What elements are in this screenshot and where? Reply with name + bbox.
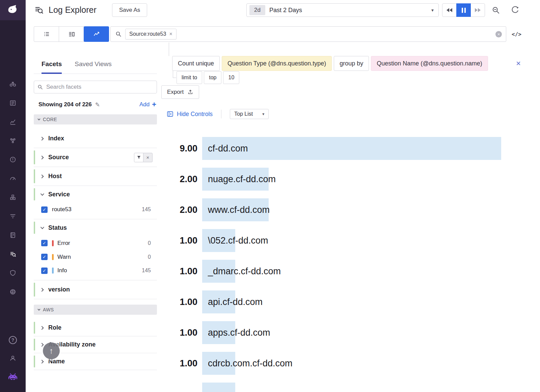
- count-unique-chip[interactable]: Count unique: [172, 56, 220, 71]
- toplist-value: 1.00: [161, 321, 202, 344]
- remove-tag-icon[interactable]: ×: [169, 31, 172, 37]
- checkbox-checked[interactable]: ✓: [41, 254, 48, 260]
- time-range-picker[interactable]: 2d Past 2 Days ▾: [246, 3, 439, 17]
- notebook-icon[interactable]: [8, 231, 17, 239]
- pause-button[interactable]: [456, 3, 471, 17]
- facet-item-warn[interactable]: ✓ Warn 0: [34, 250, 157, 264]
- facet-count-label: Showing 204 of 226: [38, 101, 92, 108]
- toplist-row[interactable]: 1.00 apps.cf-dd.com: [161, 321, 506, 344]
- view-type-value: Top List: [234, 111, 253, 117]
- facet-row-role[interactable]: Role: [34, 319, 157, 336]
- top-chip[interactable]: top: [204, 71, 221, 84]
- section-aws-label: AWS: [43, 307, 54, 312]
- list-view-button[interactable]: [34, 26, 59, 42]
- checkbox-checked[interactable]: ✓: [41, 240, 48, 246]
- save-as-button[interactable]: Save As: [112, 3, 147, 17]
- toplist-row[interactable]: [161, 383, 506, 392]
- clear-search-icon[interactable]: ×: [495, 31, 502, 37]
- facet-label: Role: [48, 324, 61, 331]
- toplist-row[interactable]: 1.00 cdrcb.com.cf-dd.com: [161, 352, 506, 375]
- refresh-icon: [511, 6, 519, 15]
- view-type-select[interactable]: Top List ▾: [230, 109, 269, 119]
- facet-search[interactable]: [34, 81, 157, 93]
- zoom-out-button[interactable]: [491, 5, 502, 16]
- chart-view-button[interactable]: [84, 26, 109, 42]
- facet-row-index[interactable]: Index: [34, 129, 157, 148]
- synthetics-globe-icon[interactable]: [8, 288, 17, 296]
- pipeline-funnel-icon[interactable]: [8, 212, 17, 220]
- hide-controls-link[interactable]: Hide Controls: [177, 111, 213, 118]
- checkbox-checked[interactable]: ✓: [41, 206, 48, 213]
- toplist-row[interactable]: 1.00 \052.cf-dd.com: [161, 229, 506, 252]
- edit-facets-icon[interactable]: ✎: [95, 101, 100, 108]
- limit-to-chip[interactable]: limit to: [177, 71, 202, 84]
- tab-saved-views[interactable]: Saved Views: [75, 57, 112, 74]
- event-list-icon[interactable]: [8, 99, 17, 107]
- infrastructure-blocks-icon[interactable]: [8, 193, 17, 201]
- toplist-value: 1.00: [161, 229, 202, 252]
- measure-chip[interactable]: Question Type (@dns.question.type): [222, 56, 332, 71]
- tab-facets[interactable]: Facets: [42, 57, 62, 74]
- toplist-label: cf-dd.com: [208, 137, 248, 160]
- chart-controls: Hide Controls Top List ▾: [166, 109, 269, 119]
- toplist-value: 2.00: [161, 168, 202, 191]
- remove-query-icon[interactable]: ×: [516, 59, 521, 68]
- datadog-logo[interactable]: [0, 0, 26, 20]
- add-facet-button[interactable]: Add +: [139, 101, 156, 108]
- facet-item-route53[interactable]: ✓ route53 145: [34, 203, 157, 219]
- dog-logo-icon: [7, 4, 19, 16]
- dashboard-gauge-icon[interactable]: [8, 174, 17, 183]
- zoom-out-icon: [492, 6, 501, 15]
- security-shield-icon[interactable]: [8, 269, 17, 277]
- chevron-right-icon: [40, 360, 44, 363]
- facet-item-count: 0: [148, 254, 157, 260]
- add-facet-label: Add: [139, 101, 150, 108]
- facet-row-host[interactable]: Host: [34, 167, 157, 186]
- facet-label: Source: [48, 154, 69, 161]
- binoculars-icon[interactable]: [8, 80, 17, 88]
- code-view-toggle[interactable]: </>: [512, 31, 521, 37]
- facet-row-version[interactable]: version: [34, 280, 157, 299]
- toplist-row[interactable]: 1.00 api.cf-dd.com: [161, 290, 506, 313]
- app-sidebar: ?: [0, 0, 26, 392]
- sidebar-nav: [0, 80, 26, 296]
- toplist-row[interactable]: 2.00 nuage.cf-dd.com: [161, 168, 506, 191]
- facet-item-error[interactable]: ✓ Error 0: [34, 236, 157, 250]
- checkbox-checked[interactable]: ✓: [41, 268, 48, 274]
- facet-row-source[interactable]: Source ×: [34, 148, 157, 167]
- clear-filter-button[interactable]: ×: [143, 153, 153, 162]
- search-filter-tag[interactable]: Source:route53 ×: [125, 29, 177, 39]
- facet-label: Host: [48, 173, 62, 180]
- logs-icon[interactable]: [8, 250, 17, 258]
- rewind-button[interactable]: [442, 3, 457, 17]
- monitor-alert-icon[interactable]: [8, 156, 17, 164]
- forward-button[interactable]: [470, 3, 485, 17]
- facet-row-service[interactable]: Service: [34, 186, 157, 203]
- toplist-row[interactable]: 2.00 www.cf-dd.com: [161, 198, 506, 221]
- search-input[interactable]: Source:route53 × ×: [110, 26, 506, 42]
- toplist-row[interactable]: 9.00 cf-dd.com: [161, 137, 506, 160]
- status-color-bar: [52, 240, 54, 246]
- facet-row-status[interactable]: Status: [34, 219, 157, 236]
- invader-avatar-icon[interactable]: [8, 372, 17, 381]
- group-by-chip[interactable]: group by: [334, 56, 369, 71]
- question-mark-glyph: ?: [9, 336, 17, 344]
- apm-cluster-icon[interactable]: [8, 137, 17, 145]
- toplist-row[interactable]: 1.00 _dmarc.cf-dd.com: [161, 260, 506, 283]
- chevron-right-icon: [40, 156, 44, 159]
- limit-connector-line: [173, 71, 176, 78]
- group-field-chip[interactable]: Question Name (@dns.question.name): [371, 56, 488, 71]
- scroll-to-top-button[interactable]: ↑: [43, 342, 60, 359]
- side-by-side-view-button[interactable]: [59, 26, 84, 42]
- metrics-chart-icon[interactable]: [8, 118, 17, 126]
- export-button[interactable]: Export: [161, 85, 199, 99]
- facet-item-info[interactable]: ✓ Info 145: [34, 264, 157, 280]
- section-core[interactable]: CORE: [34, 114, 157, 124]
- filter-funnel-button[interactable]: [134, 153, 143, 162]
- facet-search-input[interactable]: [46, 84, 153, 90]
- help-icon[interactable]: ?: [8, 336, 17, 344]
- user-icon[interactable]: [8, 354, 17, 362]
- refresh-button[interactable]: [510, 5, 520, 16]
- limit-value-chip[interactable]: 10: [223, 71, 239, 84]
- section-aws[interactable]: AWS: [34, 305, 157, 315]
